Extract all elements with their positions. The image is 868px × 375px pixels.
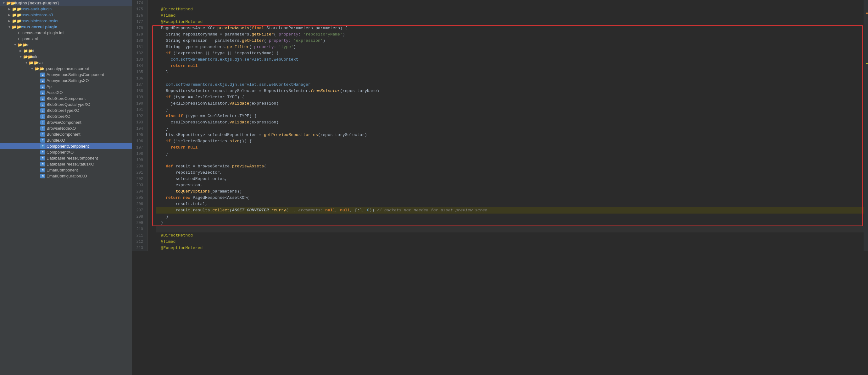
tree-container: 📂plugins [nexus-plugins]📁nexus-audit-plu… [0, 0, 132, 179]
tree-label-nexus-blobstore-s3: nexus-blobstore-s3 [18, 12, 53, 17]
tree-item-nexus-coreui-plugin-iml[interactable]: 🗒nexus-coreui-plugin.iml [0, 30, 132, 36]
class-icon-BlobStoreTypeXO: C [40, 108, 45, 113]
tree-item-BundleXO[interactable]: CBundleXO [0, 137, 132, 143]
line-number-193: 193 [132, 120, 145, 126]
tree-item-ComponentComponent[interactable]: CComponentComponent [0, 143, 132, 149]
tree-item-EmailConfigurationXO[interactable]: CEmailConfigurationXO [0, 173, 132, 179]
class-icon-BrowseComponent: C [40, 120, 45, 125]
code-line-207: result.results.collect(ASSET_CONVERTER.r… [156, 207, 864, 213]
line-number-197: 197 [132, 144, 145, 151]
tree-label-nexus-coreui-plugin: nexus-coreui-plugin [18, 25, 57, 29]
class-icon-BlobStoreQuotaTypeXO: C [40, 102, 45, 107]
tree-item-BrowseNodeXO[interactable]: CBrowseNodeXO [0, 125, 132, 131]
line-number-208: 208 [132, 213, 145, 220]
line-number-186: 186 [132, 75, 145, 82]
tree-item-BundleComponent[interactable]: CBundleComponent [0, 131, 132, 137]
code-text-185: } [156, 69, 864, 75]
tree-arrow-org-sonatype[interactable] [30, 67, 35, 70]
code-line-192: else if (type == CselSelector.TYPE) { [156, 113, 864, 120]
code-line-206: result.total, [156, 201, 864, 207]
tree-item-pom-xml[interactable]: 🗒pom.xml [0, 36, 132, 42]
tree-item-AnonymousSettingsComponent[interactable]: CAnonymousSettingsComponent [0, 72, 132, 77]
line-number-191: 191 [132, 107, 145, 113]
tree-arrow-art[interactable] [18, 49, 23, 53]
code-text-184: return null [156, 63, 864, 69]
tree-item-EmailComponent[interactable]: CEmailComponent [0, 167, 132, 173]
folder-icon-src: 📂 [18, 43, 23, 47]
code-editor[interactable]: 1741751761771781791801811821831841851861… [132, 0, 868, 375]
tree-item-DatabaseFreezeComponent[interactable]: CDatabaseFreezeComponent [0, 155, 132, 161]
tree-item-BlobStoreQuotaTypeXO[interactable]: CBlobStoreQuotaTypeXO [0, 101, 132, 107]
line-number-203: 203 [132, 182, 145, 189]
code-line-211: @DirectMethod [156, 232, 864, 239]
tree-label-DatabaseFreezeComponent: DatabaseFreezeComponent [46, 156, 98, 161]
tree-item-DatabaseFreezeStatusXO[interactable]: CDatabaseFreezeStatusXO [0, 161, 132, 167]
tree-label-Api: Api [46, 84, 53, 89]
line-number-195: 195 [132, 132, 145, 138]
tree-item-src[interactable]: 📂src [0, 42, 132, 48]
tree-item-nexus-coreui-plugin[interactable]: 📂nexus-coreui-plugin [0, 24, 132, 30]
tree-item-nexus-blobstore-tasks[interactable]: 📁nexus-blobstore-tasks [0, 18, 132, 24]
code-line-198: } [156, 151, 864, 157]
code-text-189: if (type == JexlSelector.TYPE) { [156, 94, 864, 101]
folder-icon-java: 📂 [29, 61, 34, 65]
tree-label-AnonymousSettingsComponent: AnonymousSettingsComponent [46, 72, 104, 77]
tree-item-BlobStoreTypeXO[interactable]: CBlobStoreTypeXO [0, 107, 132, 113]
code-text-193: cselExpressionValidator.validate(express… [156, 120, 864, 126]
line-number-179: 179 [132, 31, 145, 38]
tree-arrow-nexus-blobstore-tasks[interactable] [7, 19, 12, 23]
code-content: @DirectMethod @Timed @ExceptionMetered P… [152, 0, 864, 251]
line-number-175: 175 [132, 6, 145, 12]
code-line-213: @ExceptionMetered [156, 245, 864, 251]
class-icon-DatabaseFreezeComponent: C [40, 156, 45, 161]
tree-item-BrowseComponent[interactable]: CBrowseComponent [0, 120, 132, 125]
line-number-183: 183 [132, 57, 145, 63]
tree-item-nexus-audit-plugin[interactable]: 📁nexus-audit-plugin [0, 6, 132, 12]
tree-item-BlobStoreXO[interactable]: CBlobStoreXO [0, 113, 132, 120]
code-line-205: return new PagedResponse<AssetXO>( [156, 195, 864, 201]
tree-arrow-nexus-audit-plugin[interactable] [7, 7, 12, 11]
tree-item-art[interactable]: 📁art [0, 48, 132, 54]
class-icon-AnonymousSettingsComponent: C [40, 73, 45, 77]
tree-item-nexus-blobstore-s3[interactable]: 📁nexus-blobstore-s3 [0, 12, 132, 18]
tree-item-AnonymousSettingsXO[interactable]: CAnonymousSettingsXO [0, 77, 132, 83]
code-text-203: expression, [156, 182, 864, 189]
line-number-211: 211 [132, 232, 145, 239]
tree-label-nexus-coreui-plugin-iml: nexus-coreui-plugin.iml [22, 31, 64, 35]
code-line-190: jexlExpressionValidator.validate(express… [156, 101, 864, 107]
code-line-184: return null [156, 63, 864, 69]
class-icon-ComponentComponent: C [40, 144, 45, 148]
tree-item-AssetXO[interactable]: CAssetXO [0, 90, 132, 96]
tree-arrow-nexus-coreui-plugin[interactable] [7, 25, 12, 29]
tree-item-java[interactable]: 📂java [0, 60, 132, 66]
tree-item-org-sonatype[interactable]: 📂org.sonatype.nexus.coreui [0, 66, 132, 72]
code-text-179: String repositoryName = parameters.getFi… [156, 31, 864, 38]
line-number-209: 209 [132, 220, 145, 226]
code-line-193: cselExpressionValidator.validate(express… [156, 120, 864, 126]
code-text-174 [156, 0, 864, 6]
tree-arrow-nexus-blobstore-s3[interactable] [7, 13, 12, 16]
line-number-202: 202 [132, 176, 145, 182]
code-text-201: repositorySelector, [156, 170, 864, 176]
line-number-176: 176 [132, 12, 145, 19]
tree-item-Api[interactable]: CApi [0, 83, 132, 90]
code-text-213: @ExceptionMetered [156, 245, 864, 251]
code-text-205: return new PagedResponse<AssetXO>( [156, 195, 864, 201]
code-line-177: @ExceptionMetered [156, 19, 864, 25]
tree-arrow-plugins-nexus[interactable] [1, 1, 6, 5]
tree-label-AnonymousSettingsXO: AnonymousSettingsXO [46, 78, 89, 83]
tree-item-ComponentXO[interactable]: CComponentXO [0, 149, 132, 155]
code-line-189: if (type == JexlSelector.TYPE) { [156, 94, 864, 101]
line-number-205: 205 [132, 195, 145, 201]
tree-item-plugins-nexus[interactable]: 📂plugins [nexus-plugins] [0, 0, 132, 6]
tree-item-BlobStoreComponent[interactable]: CBlobStoreComponent [0, 96, 132, 101]
folder-icon-nexus-coreui-plugin: 📂 [12, 25, 17, 29]
tree-arrow-src[interactable] [12, 43, 18, 46]
line-number-212: 212 [132, 239, 145, 245]
tree-item-main[interactable]: 📂main [0, 54, 132, 60]
line-number-198: 198 [132, 151, 145, 157]
tree-arrow-main[interactable] [18, 55, 23, 59]
tree-arrow-java[interactable] [24, 61, 29, 64]
tree-label-org-sonatype: org.sonatype.nexus.coreui [41, 66, 89, 71]
code-text-178: PagedResponse<AssetXO> previewAssets(fin… [156, 25, 864, 31]
